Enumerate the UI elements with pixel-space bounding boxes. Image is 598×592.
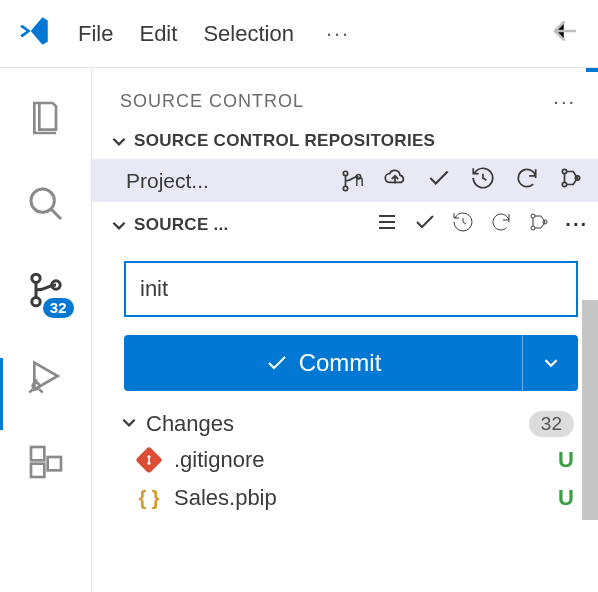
chevron-down-icon [110,216,128,234]
source-control-panel: SOURCE CONTROL ··· SOURCE CONTROL REPOSI… [92,68,598,592]
braces-file-icon: { } [136,485,162,511]
back-arrow-icon[interactable] [550,16,580,51]
changes-header[interactable]: Changes 32 [92,391,598,441]
svg-rect-6 [31,464,44,477]
repositories-header[interactable]: SOURCE CONTROL REPOSITORIES [92,123,598,159]
changed-file-row[interactable]: .gitignore U [92,441,598,479]
svg-rect-20 [148,457,150,464]
branch-icon[interactable]: n [339,168,364,194]
graph-icon[interactable] [527,210,551,239]
svg-point-8 [343,171,347,175]
svg-point-12 [562,182,566,186]
menu-selection[interactable]: Selection [203,21,294,47]
commit-button[interactable]: Commit [124,335,522,391]
scm-badge: 32 [43,298,74,318]
view-tree-icon[interactable] [375,210,399,239]
svg-point-9 [343,186,347,190]
cloud-sync-icon[interactable] [382,165,408,196]
panel-more-icon[interactable]: ··· [553,90,576,113]
svg-point-14 [531,214,535,218]
menu-overflow-icon[interactable]: ··· [326,21,350,47]
svg-rect-7 [47,457,60,470]
history-icon[interactable] [470,165,496,196]
activity-explorer[interactable] [24,96,68,140]
activity-active-indicator [0,358,3,430]
menubar: File Edit Selection ··· [0,0,598,68]
changes-count-badge: 32 [529,411,574,437]
chevron-down-icon [120,411,138,437]
svg-point-2 [31,298,39,306]
check-icon[interactable] [413,210,437,239]
menu-edit[interactable]: Edit [139,21,177,47]
activity-search[interactable] [24,182,68,226]
activity-source-control[interactable]: 32 [24,268,68,312]
vscode-logo-icon [18,14,52,53]
changes-header-label: Changes [146,411,234,437]
file-name: Sales.pbip [174,485,277,511]
check-icon[interactable] [426,165,452,196]
activity-extensions[interactable] [24,440,68,484]
svg-point-15 [531,226,535,230]
svg-point-0 [31,189,54,212]
refresh-icon[interactable] [514,165,540,196]
repository-row[interactable]: Project... n [92,159,598,202]
svg-point-4 [32,383,39,390]
commit-button-label: Commit [299,349,382,377]
file-status: U [558,485,574,511]
graph-icon[interactable] [558,165,584,196]
menu-file[interactable]: File [78,21,113,47]
activity-bar: 32 [0,68,92,592]
refresh-icon[interactable] [489,210,513,239]
branch-label: n [355,172,364,190]
repositories-header-label: SOURCE CONTROL REPOSITORIES [134,131,435,151]
activity-run-debug[interactable] [24,354,68,398]
svg-rect-5 [31,447,44,460]
history-icon[interactable] [451,210,475,239]
git-file-icon [136,447,162,473]
source-control-more-icon[interactable]: ··· [565,213,588,236]
changed-file-row[interactable]: { } Sales.pbip U [92,479,598,517]
svg-point-1 [31,274,39,282]
source-control-header-label: SOURCE ... [134,215,229,235]
repository-name: Project... [126,169,209,193]
chevron-down-icon [110,132,128,150]
file-status: U [558,447,574,473]
commit-dropdown-button[interactable] [522,335,578,391]
commit-message-input[interactable] [124,261,578,317]
source-control-header[interactable]: SOURCE ... ··· [92,202,598,247]
scrollbar[interactable] [582,300,598,520]
panel-title: SOURCE CONTROL [120,91,304,112]
svg-point-11 [562,169,566,173]
file-name: .gitignore [174,447,265,473]
